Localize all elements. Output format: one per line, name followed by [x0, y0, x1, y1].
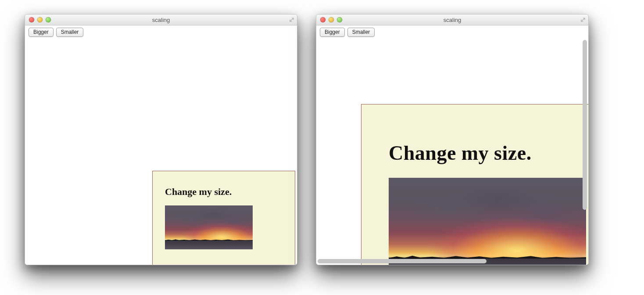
sunset-image: [165, 205, 253, 249]
panel-heading: Change my size.: [361, 104, 589, 178]
titlebar[interactable]: scaling: [316, 14, 588, 25]
horizontal-scroll-thumb[interactable]: [318, 259, 487, 263]
minimize-icon[interactable]: [37, 17, 43, 22]
window-title: scaling: [316, 17, 588, 23]
close-icon[interactable]: [320, 17, 326, 22]
scalable-panel: Change my size.: [152, 171, 295, 265]
panel-heading: Change my size.: [153, 171, 295, 205]
close-icon[interactable]: [29, 17, 34, 22]
app-window: scaling Bigger Smaller Change my size.: [25, 14, 297, 265]
smaller-button[interactable]: Smaller: [56, 28, 84, 37]
horizontal-scrollbar[interactable]: [318, 259, 581, 263]
content-viewport: Change my size.: [316, 39, 588, 265]
vertical-scrollbar[interactable]: [583, 40, 587, 258]
minimize-icon[interactable]: [329, 17, 334, 22]
resize-icon[interactable]: [580, 17, 586, 22]
zoom-icon[interactable]: [46, 17, 51, 22]
smaller-button[interactable]: Smaller: [347, 28, 375, 37]
scalable-panel: Change my size.: [361, 104, 589, 265]
app-window: scaling Bigger Smaller Change my size.: [316, 14, 589, 265]
titlebar[interactable]: scaling: [25, 14, 297, 25]
zoom-icon[interactable]: [337, 17, 342, 22]
sunset-image: [389, 178, 586, 265]
bigger-button[interactable]: Bigger: [29, 28, 54, 37]
vertical-scroll-thumb[interactable]: [583, 40, 587, 210]
content-viewport: Change my size.: [25, 39, 297, 265]
window-title: scaling: [25, 17, 297, 23]
bigger-button[interactable]: Bigger: [320, 28, 345, 37]
resize-icon[interactable]: [289, 17, 294, 22]
